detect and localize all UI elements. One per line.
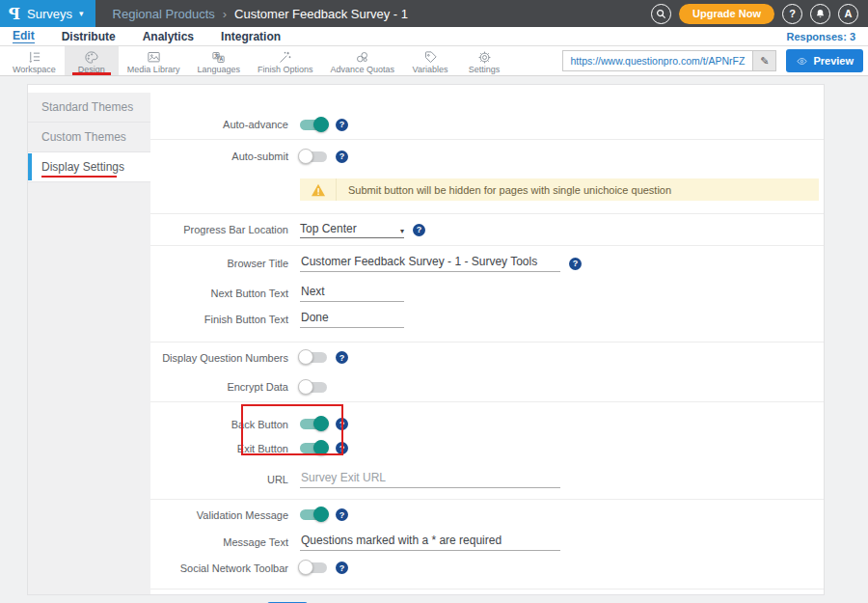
exit-url-input[interactable] [300, 471, 560, 488]
nav-edit[interactable]: Edit [13, 29, 35, 43]
progress-bar-location-label: Progress Bar Location [150, 224, 288, 235]
tool-workspace[interactable]: Workspace [4, 46, 65, 75]
help-icon[interactable]: ? [569, 258, 582, 270]
breadcrumb-folder[interactable]: Regional Products [113, 7, 215, 21]
breadcrumb-separator: › [223, 7, 227, 21]
svg-text:A: A [220, 57, 224, 62]
account-button[interactable]: A [838, 4, 858, 24]
toggle-knob [313, 440, 329, 455]
responses-count[interactable]: Responses: 3 [786, 31, 855, 42]
social-network-toolbar-label: Social Network Toolbar [150, 562, 288, 574]
message-text-label: Message Text [150, 536, 288, 548]
breadcrumb: Regional Products › Customer Feedback Su… [113, 7, 408, 21]
toggle-knob [298, 560, 313, 575]
chevron-down-icon: ▾ [400, 227, 404, 235]
exit-button-label: Exit Button [150, 443, 288, 454]
variables-icon [422, 50, 439, 65]
next-button-text-input[interactable] [300, 285, 404, 302]
progress-bar-location-select[interactable]: Top Center ▾ [300, 222, 404, 238]
tool-label: Advance Quotas [330, 65, 394, 74]
display-settings-form: Auto-advance ? Auto-submit ? Submit butt… [150, 85, 824, 594]
exit-url-label: URL [150, 474, 288, 485]
help-icon[interactable]: ? [336, 562, 348, 574]
help-icon[interactable]: ? [336, 151, 348, 163]
nav-distribute[interactable]: Distribute [62, 30, 116, 43]
tool-finish-options[interactable]: Finish Options [249, 46, 322, 75]
search-button[interactable] [651, 4, 671, 24]
breadcrumb-survey-name: Customer Feedback Survey - 1 [234, 7, 408, 21]
annotation-underline [72, 72, 111, 75]
auto-submit-toggle[interactable] [300, 151, 327, 162]
sidebar-item-standard-themes[interactable]: Standard Themes [28, 93, 150, 123]
toggle-knob [313, 117, 329, 132]
tool-advance-quotas[interactable]: Advance Quotas [321, 46, 403, 75]
sidebar-item-custom-themes[interactable]: Custom Themes [28, 123, 150, 152]
bell-icon [815, 9, 826, 19]
social-network-toolbar-toggle[interactable] [300, 562, 327, 573]
sidebar-item-display-settings[interactable]: Display Settings [28, 152, 150, 182]
help-icon[interactable]: ? [336, 418, 348, 430]
auto-advance-toggle[interactable] [300, 120, 327, 130]
settings-icon [476, 50, 493, 65]
nav-analytics[interactable]: Analytics [143, 30, 194, 43]
toggle-knob [313, 507, 329, 522]
finish-button-text-label: Finish Button Text [150, 314, 288, 325]
auto-submit-row: Auto-submit ? [150, 140, 824, 173]
tool-media-library[interactable]: Media Library [119, 46, 189, 75]
exit-button-toggle[interactable] [300, 443, 327, 453]
validation-message-toggle[interactable] [300, 509, 327, 520]
tool-settings[interactable]: Settings [457, 46, 511, 75]
svg-text:文: 文 [215, 53, 220, 58]
finish-button-text-input[interactable] [300, 311, 404, 328]
tool-label: Media Library [127, 65, 180, 74]
questionpro-logo: P [9, 5, 20, 23]
message-text-input[interactable] [300, 534, 560, 551]
eye-icon [796, 56, 808, 67]
survey-url[interactable]: https://www.questionpro.com/t/APNrFZ [563, 55, 753, 67]
finish-button-text-row: Finish Button Text [150, 306, 824, 333]
tool-variables[interactable]: Variables [403, 46, 457, 75]
tool-languages[interactable]: 文A Languages [188, 46, 249, 75]
validation-message-row: Validation Message ? [150, 500, 824, 530]
display-question-numbers-toggle[interactable] [300, 352, 327, 363]
toggle-knob [313, 416, 329, 431]
tool-label: Languages [197, 65, 240, 74]
display-question-numbers-row: Display Question Numbers ? [150, 343, 824, 372]
surveys-menu[interactable]: P Surveys ▾ [0, 0, 95, 27]
help-icon[interactable]: ? [336, 119, 348, 131]
help-icon[interactable]: ? [336, 442, 348, 454]
languages-icon: 文A [210, 50, 227, 65]
design-panel: Standard Themes Custom Themes Display Se… [27, 84, 825, 595]
back-button-toggle[interactable] [300, 419, 327, 429]
encrypt-data-label: Encrypt Data [150, 381, 288, 393]
help-button[interactable]: ? [782, 4, 802, 24]
edit-toolbar: Workspace Design Media Library 文A Langua… [0, 46, 868, 76]
notifications-button[interactable] [810, 4, 830, 24]
encrypt-data-toggle[interactable] [300, 382, 327, 393]
tool-label: Workspace [13, 65, 56, 74]
preview-button[interactable]: Preview [786, 49, 863, 72]
back-exit-section: Back Button ? Exit Button ? [150, 402, 824, 466]
upgrade-now-button[interactable]: Upgrade Now [679, 4, 774, 24]
sidebar-item-label: Standard Themes [41, 100, 133, 114]
browser-title-input[interactable] [300, 255, 560, 272]
tool-label: Settings [469, 65, 501, 74]
validation-message-label: Validation Message [150, 509, 288, 521]
warning-text: Submit button will be hidden for pages w… [337, 184, 671, 196]
nav-integration[interactable]: Integration [221, 30, 281, 43]
topbar: P Surveys ▾ Regional Products › Customer… [0, 0, 868, 27]
annotation-underline [41, 176, 117, 178]
encrypt-data-row: Encrypt Data [150, 372, 824, 401]
help-icon[interactable]: ? [336, 508, 348, 521]
next-button-text-label: Next Button Text [150, 288, 288, 299]
sidebar-item-label: Custom Themes [41, 130, 126, 144]
finish-options-icon [277, 50, 293, 65]
help-icon[interactable]: ? [336, 351, 348, 364]
preview-label: Preview [813, 55, 854, 67]
edit-url-button[interactable]: ✎ [752, 51, 775, 70]
tool-design[interactable]: Design [65, 46, 119, 75]
chevron-down-icon: ▾ [79, 9, 84, 18]
social-network-toolbar-row: Social Network Toolbar ? [150, 555, 824, 581]
design-icon [83, 50, 99, 65]
help-icon[interactable]: ? [413, 224, 425, 236]
